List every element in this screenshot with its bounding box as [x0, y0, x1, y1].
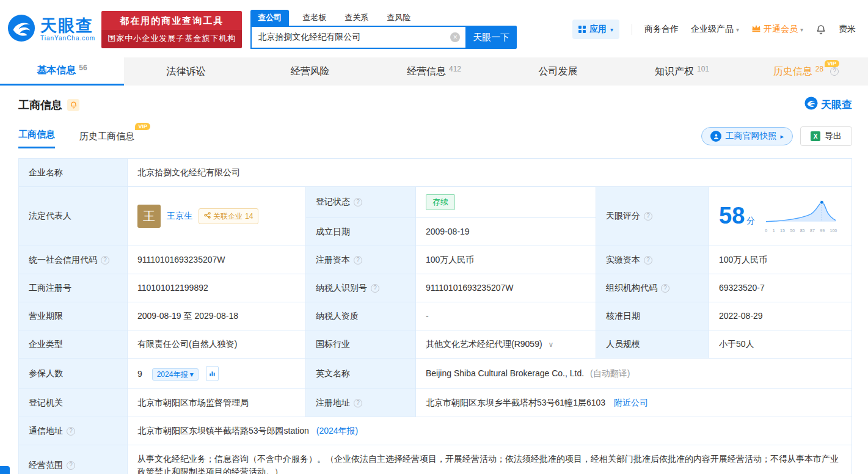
help-icon[interactable]: ? — [644, 256, 652, 264]
org-code-value: 69323520-7 — [709, 274, 852, 302]
help-icon[interactable]: ? — [67, 461, 75, 470]
promo-banner: 都在用的商业查询工具 国家中小企业发展子基金旗下机构 — [101, 11, 242, 48]
subtab-history-business-info[interactable]: 历史工商信息 VIP — [79, 131, 134, 148]
paid-capital-value: 100万人民币 — [709, 246, 852, 274]
table-row: 参保人数 9 2024年报 ▾ 英文名称 Beijing Shiba Cultu… — [19, 358, 852, 388]
search-input[interactable] — [252, 27, 465, 48]
help-icon[interactable]: ? — [644, 212, 652, 221]
apps-menu[interactable]: 应用 ▾ — [572, 20, 619, 39]
tab-basic-info[interactable]: 基本信息56 — [0, 57, 124, 86]
official-snapshot-button[interactable]: 工商官网快照 ▸ — [701, 127, 793, 145]
field-label: 法定代表人 — [19, 187, 128, 246]
help-icon[interactable]: ? — [661, 284, 669, 293]
business-scope-value: 从事文化经纪业务；信息咨询（不含中介服务）。（企业依法自主选择经营项目，开展经营… — [128, 445, 852, 474]
promo-line-1: 都在用的商业查询工具 — [101, 11, 242, 30]
export-button[interactable]: X 导出 — [800, 126, 852, 146]
floating-widget[interactable] — [0, 466, 10, 474]
reg-status-cell: 存续 — [416, 187, 596, 218]
approval-date-value: 2022-08-29 — [709, 302, 852, 330]
company-page-tabs: 基本信息56 法律诉讼 经营风险 经营信息412 公司发展 知识产权101 VI… — [0, 57, 868, 86]
section-title: 工商信息 — [18, 98, 62, 112]
search-area: 查公司 查老板 查关系 查风险 × 天眼一下 — [250, 10, 517, 49]
reg-number-value: 110101012199892 — [128, 274, 306, 302]
establish-date-value: 2009-08-19 — [416, 217, 596, 246]
clear-icon[interactable]: × — [450, 32, 460, 42]
notification-bell-icon[interactable] — [815, 24, 826, 35]
tab-history-info[interactable]: VIP 历史信息28 ? — [744, 57, 868, 86]
field-label: 企业名称 — [19, 159, 128, 187]
subtab-business-info[interactable]: 工商信息 — [18, 129, 55, 148]
field-label: 天眼评分? — [596, 187, 709, 246]
help-icon[interactable]: ? — [371, 284, 379, 293]
search-button[interactable]: 天眼一下 — [465, 26, 517, 49]
field-label: 参保人数 — [19, 358, 128, 388]
legal-rep-link[interactable]: 王京生 — [167, 210, 192, 222]
subscribe-bell-icon[interactable] — [67, 99, 79, 111]
annual-report-badge[interactable]: 2024年报 ▾ — [152, 368, 199, 381]
chevron-down-icon: ▾ — [736, 26, 739, 33]
score-chart: 01 1550 8587 99100 — [765, 199, 837, 235]
field-label: 登记状态? — [306, 187, 416, 218]
tab-company-development[interactable]: 公司发展 — [496, 57, 620, 86]
divider — [632, 24, 632, 35]
nav-enterprise-products[interactable]: 企业级产品 ▾ — [691, 24, 739, 35]
nav-user[interactable]: 费米 — [839, 24, 856, 35]
help-icon[interactable]: ? — [67, 427, 75, 436]
field-label: 实缴资本? — [596, 246, 709, 274]
apps-grid-icon — [578, 26, 586, 33]
chevron-down-icon: ▾ — [610, 26, 613, 33]
table-row: 营业期限 2009-08-19 至 2029-08-18 纳税人资质 - 核准日… — [19, 302, 852, 330]
field-label: 登记机关 — [19, 388, 128, 417]
network-icon — [204, 211, 211, 222]
tianyancha-logo-icon — [7, 14, 35, 45]
company-name-value: 北京拾捌文化经纪有限公司 — [128, 159, 852, 187]
tab-operation-risk[interactable]: 经营风险 — [248, 57, 372, 86]
score-cell: 58分 01 1550 8587 99100 — [709, 187, 852, 246]
field-label: 统一社会信用代码? — [19, 246, 128, 274]
score-axis: 01 1550 8587 99100 — [765, 228, 837, 235]
taxpayer-id-value: 91110101693235207W — [416, 274, 596, 302]
mail-address-cell: 北京市朝阳区东坝镇半截塔路53号郎园station (2024年报) — [128, 417, 852, 445]
tab-legal-litigation[interactable]: 法律诉讼 — [124, 57, 248, 86]
field-label: 组织机构代码? — [596, 274, 709, 302]
taxpayer-quality-value: - — [416, 302, 596, 330]
section-header: 工商信息 天眼查 — [18, 97, 852, 113]
help-icon[interactable]: ? — [354, 256, 362, 264]
tianyancha-watermark-logo: 天眼查 — [804, 97, 852, 113]
search-tab-boss[interactable]: 查老板 — [297, 10, 331, 26]
tianyancha-logo[interactable]: 天眼查 TianYanCha.com — [7, 14, 95, 45]
help-icon[interactable]: ? — [354, 198, 362, 206]
field-label: 企业类型 — [19, 330, 128, 358]
related-companies-badge[interactable]: 关联企业 14 — [199, 208, 258, 224]
nav-open-vip[interactable]: 开通会员 ▾ — [751, 24, 803, 35]
field-label: 人员规模 — [596, 330, 709, 358]
search-tab-relation[interactable]: 查关系 — [340, 10, 373, 26]
field-label: 经营范围? — [19, 445, 128, 474]
help-icon[interactable]: ? — [354, 399, 362, 407]
nav-business-cooperation[interactable]: 商务合作 — [644, 24, 679, 35]
search-tabs: 查公司 查老板 查关系 查风险 — [250, 10, 517, 26]
credit-code-value: 91110101693235207W — [128, 246, 306, 274]
annual-report-link[interactable]: (2024年报) — [316, 426, 358, 436]
trend-chart-icon[interactable] — [206, 366, 219, 381]
company-type-value: 有限责任公司(自然人独资) — [128, 330, 306, 358]
main-content: 工商信息 天眼查 工商信息 历史工商信息 VIP 工商官网快照 ▸ — [0, 97, 868, 474]
subtab-actions: 工商官网快照 ▸ X 导出 — [701, 126, 852, 148]
chevron-down-icon[interactable]: ∨ — [548, 340, 553, 349]
legal-rep-avatar[interactable]: 王 — [137, 205, 161, 228]
tab-intellectual-property[interactable]: 知识产权101 — [620, 57, 744, 86]
excel-icon: X — [811, 131, 820, 141]
english-name-cell: Beijing Shiba Cultural Brokerage Co., Lt… — [416, 358, 852, 388]
search-tab-company[interactable]: 查公司 — [250, 10, 289, 26]
tab-operation-info[interactable]: 经营信息412 — [372, 57, 496, 86]
table-row: 法定代表人 王 王京生 关联企业 14 登记状态? 存续 天眼评分? — [19, 187, 852, 218]
help-icon[interactable]: ? — [101, 256, 109, 264]
table-row: 通信地址? 北京市朝阳区东坝镇半截塔路53号郎园station (2024年报) — [19, 417, 852, 445]
search-box: × — [250, 26, 465, 49]
nearby-companies-link[interactable]: 附近公司 — [614, 398, 648, 407]
reg-capital-value: 100万人民币 — [416, 246, 596, 274]
help-icon[interactable]: ? — [830, 67, 839, 76]
promo-line-2: 国家中小企业发展子基金旗下机构 — [101, 30, 242, 48]
field-label: 注册资本? — [306, 246, 416, 274]
search-tab-risk[interactable]: 查风险 — [382, 10, 415, 26]
